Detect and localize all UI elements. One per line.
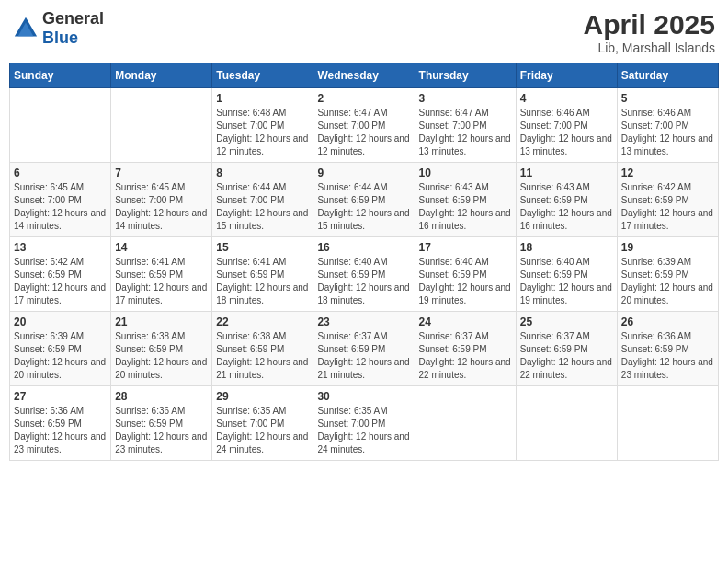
location-title: Lib, Marshall Islands [584, 40, 715, 55]
day-number: 26 [621, 316, 714, 328]
calendar-week-row: 6Sunrise: 6:45 AMSunset: 7:00 PMDaylight… [10, 163, 719, 237]
day-info: Sunrise: 6:43 AMSunset: 6:59 PMDaylight:… [419, 181, 512, 233]
day-info: Sunrise: 6:35 AMSunset: 7:00 PMDaylight:… [216, 405, 309, 456]
day-info: Sunrise: 6:47 AMSunset: 7:00 PMDaylight:… [419, 107, 512, 158]
calendar-cell: 17Sunrise: 6:40 AMSunset: 6:59 PMDayligh… [415, 237, 516, 312]
calendar-week-row: 27Sunrise: 6:36 AMSunset: 6:59 PMDayligh… [10, 386, 719, 461]
logo: General Blue [13, 9, 104, 48]
calendar-cell: 7Sunrise: 6:45 AMSunset: 7:00 PMDaylight… [111, 163, 212, 237]
calendar-cell: 19Sunrise: 6:39 AMSunset: 6:59 PMDayligh… [617, 237, 718, 312]
day-info: Sunrise: 6:42 AMSunset: 6:59 PMDaylight:… [14, 256, 107, 307]
day-info: Sunrise: 6:44 AMSunset: 6:59 PMDaylight:… [317, 181, 410, 233]
day-number: 4 [520, 92, 613, 105]
day-info: Sunrise: 6:48 AMSunset: 7:00 PMDaylight:… [216, 107, 309, 158]
weekday-header: Monday [111, 63, 212, 88]
weekday-header: Saturday [617, 63, 718, 88]
day-number: 8 [216, 167, 309, 179]
day-info: Sunrise: 6:39 AMSunset: 6:59 PMDaylight:… [14, 330, 107, 382]
page-header: General Blue April 2025 Lib, Marshall Is… [9, 9, 719, 55]
day-info: Sunrise: 6:37 AMSunset: 6:59 PMDaylight:… [419, 330, 512, 382]
calendar-cell: 10Sunrise: 6:43 AMSunset: 6:59 PMDayligh… [415, 163, 516, 237]
day-info: Sunrise: 6:44 AMSunset: 7:00 PMDaylight:… [216, 181, 309, 233]
calendar-cell: 4Sunrise: 6:46 AMSunset: 7:00 PMDaylight… [516, 88, 617, 163]
calendar-cell: 20Sunrise: 6:39 AMSunset: 6:59 PMDayligh… [10, 312, 111, 386]
calendar-cell: 14Sunrise: 6:41 AMSunset: 6:59 PMDayligh… [111, 237, 212, 312]
calendar-cell: 30Sunrise: 6:35 AMSunset: 7:00 PMDayligh… [313, 386, 415, 461]
day-info: Sunrise: 6:40 AMSunset: 6:59 PMDaylight:… [317, 256, 410, 307]
calendar-week-row: 13Sunrise: 6:42 AMSunset: 6:59 PMDayligh… [10, 237, 719, 312]
day-number: 2 [317, 92, 410, 105]
calendar-cell: 21Sunrise: 6:38 AMSunset: 6:59 PMDayligh… [111, 312, 212, 386]
day-number: 19 [621, 241, 714, 254]
day-number: 20 [14, 316, 107, 328]
day-number: 21 [115, 316, 208, 328]
day-number: 1 [216, 92, 309, 105]
calendar-cell: 2Sunrise: 6:47 AMSunset: 7:00 PMDaylight… [313, 88, 415, 163]
day-number: 17 [419, 241, 512, 254]
calendar-cell: 27Sunrise: 6:36 AMSunset: 6:59 PMDayligh… [10, 386, 111, 461]
weekday-header: Tuesday [212, 63, 313, 88]
calendar-body: 1Sunrise: 6:48 AMSunset: 7:00 PMDaylight… [10, 88, 719, 461]
logo-blue: Blue [42, 29, 78, 47]
calendar-cell: 13Sunrise: 6:42 AMSunset: 6:59 PMDayligh… [10, 237, 111, 312]
calendar-cell: 3Sunrise: 6:47 AMSunset: 7:00 PMDaylight… [415, 88, 516, 163]
logo-general: General [42, 9, 104, 28]
calendar-cell: 9Sunrise: 6:44 AMSunset: 6:59 PMDaylight… [313, 163, 415, 237]
day-number: 22 [216, 316, 309, 328]
day-info: Sunrise: 6:36 AMSunset: 6:59 PMDaylight:… [115, 405, 208, 456]
weekday-header: Wednesday [313, 63, 415, 88]
day-info: Sunrise: 6:41 AMSunset: 6:59 PMDaylight:… [115, 256, 208, 307]
month-title: April 2025 [584, 9, 715, 40]
title-block: April 2025 Lib, Marshall Islands [584, 9, 715, 55]
calendar-cell: 12Sunrise: 6:42 AMSunset: 6:59 PMDayligh… [617, 163, 718, 237]
weekday-header: Sunday [10, 63, 111, 88]
day-info: Sunrise: 6:38 AMSunset: 6:59 PMDaylight:… [115, 330, 208, 382]
day-number: 16 [317, 241, 410, 254]
calendar-cell: 22Sunrise: 6:38 AMSunset: 6:59 PMDayligh… [212, 312, 313, 386]
day-number: 18 [520, 241, 613, 254]
day-info: Sunrise: 6:47 AMSunset: 7:00 PMDaylight:… [317, 107, 410, 158]
day-info: Sunrise: 6:38 AMSunset: 6:59 PMDaylight:… [216, 330, 309, 382]
day-number: 7 [115, 167, 208, 179]
day-number: 11 [520, 167, 613, 179]
day-number: 9 [317, 167, 410, 179]
calendar-cell [415, 386, 516, 461]
calendar-cell: 23Sunrise: 6:37 AMSunset: 6:59 PMDayligh… [313, 312, 415, 386]
day-info: Sunrise: 6:39 AMSunset: 6:59 PMDaylight:… [621, 256, 714, 307]
calendar-cell [617, 386, 718, 461]
weekday-row: SundayMondayTuesdayWednesdayThursdayFrid… [10, 63, 719, 88]
calendar-week-row: 1Sunrise: 6:48 AMSunset: 7:00 PMDaylight… [10, 88, 719, 163]
weekday-header: Friday [516, 63, 617, 88]
logo-text: General Blue [42, 9, 104, 48]
day-info: Sunrise: 6:37 AMSunset: 6:59 PMDaylight:… [520, 330, 613, 382]
day-info: Sunrise: 6:37 AMSunset: 6:59 PMDaylight:… [317, 330, 410, 382]
day-info: Sunrise: 6:43 AMSunset: 6:59 PMDaylight:… [520, 181, 613, 233]
day-number: 3 [419, 92, 512, 105]
day-info: Sunrise: 6:45 AMSunset: 7:00 PMDaylight:… [14, 181, 107, 233]
day-info: Sunrise: 6:45 AMSunset: 7:00 PMDaylight:… [115, 181, 208, 233]
calendar-cell: 15Sunrise: 6:41 AMSunset: 6:59 PMDayligh… [212, 237, 313, 312]
calendar-cell [10, 88, 111, 163]
calendar-cell: 6Sunrise: 6:45 AMSunset: 7:00 PMDaylight… [10, 163, 111, 237]
day-info: Sunrise: 6:41 AMSunset: 6:59 PMDaylight:… [216, 256, 309, 307]
day-number: 23 [317, 316, 410, 328]
calendar-cell: 26Sunrise: 6:36 AMSunset: 6:59 PMDayligh… [617, 312, 718, 386]
calendar-cell: 8Sunrise: 6:44 AMSunset: 7:00 PMDaylight… [212, 163, 313, 237]
day-number: 13 [14, 241, 107, 254]
day-number: 25 [520, 316, 613, 328]
day-info: Sunrise: 6:40 AMSunset: 6:59 PMDaylight:… [419, 256, 512, 307]
calendar-week-row: 20Sunrise: 6:39 AMSunset: 6:59 PMDayligh… [10, 312, 719, 386]
calendar-header: SundayMondayTuesdayWednesdayThursdayFrid… [10, 63, 719, 88]
day-info: Sunrise: 6:35 AMSunset: 7:00 PMDaylight:… [317, 405, 410, 456]
day-number: 30 [317, 390, 410, 403]
day-number: 10 [419, 167, 512, 179]
day-info: Sunrise: 6:36 AMSunset: 6:59 PMDaylight:… [14, 405, 107, 456]
calendar-cell: 1Sunrise: 6:48 AMSunset: 7:00 PMDaylight… [212, 88, 313, 163]
calendar-cell [516, 386, 617, 461]
logo-icon [13, 16, 39, 41]
day-number: 27 [14, 390, 107, 403]
calendar-cell: 11Sunrise: 6:43 AMSunset: 6:59 PMDayligh… [516, 163, 617, 237]
calendar-table: SundayMondayTuesdayWednesdayThursdayFrid… [9, 63, 719, 461]
weekday-header: Thursday [415, 63, 516, 88]
calendar-cell: 5Sunrise: 6:46 AMSunset: 7:00 PMDaylight… [617, 88, 718, 163]
